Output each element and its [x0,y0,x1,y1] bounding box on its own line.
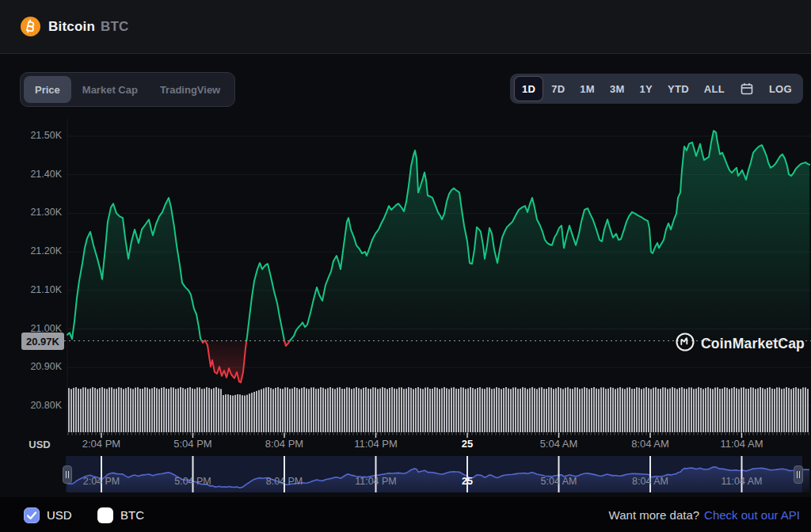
range-ytd[interactable]: YTD [661,77,696,101]
range-3m[interactable]: 3M [603,77,632,101]
calendar-icon[interactable] [733,77,761,101]
navigator-label: 11:04 PM [341,476,412,487]
api-prompt-text: Want more data? [609,508,700,522]
x-axis-label: 8:04 PM [249,438,320,450]
current-price-badge: 20.97K [21,332,64,350]
x-axis-label: 11:04 AM [706,438,778,450]
api-link[interactable]: Check out our API [704,508,800,522]
coin-symbol: BTC [101,19,129,34]
coinmarketcap-chart-page: BitcoinBTC PriceMarket CapTradingView 1D… [0,0,811,532]
range-all[interactable]: ALL [697,77,732,101]
chart-type-tabs: PriceMarket CapTradingView [20,72,235,107]
navigator-label: 25 [432,476,503,487]
x-axis-label: 2:04 PM [66,438,137,450]
x-axis-label: 5:04 AM [524,438,595,450]
navigator-label: 2:04 PM [66,476,137,487]
y-axis-label: 21.30K [5,207,62,218]
range-1d[interactable]: 1D [514,76,543,101]
navigator-label: 11:04 AM [706,476,778,487]
navigator-label: 5:04 AM [524,476,595,487]
y-axis-label: 20.80K [5,400,62,411]
y-axis-label: 21.20K [5,245,62,256]
page-header: BitcoinBTC [0,0,811,54]
x-axis-label: 8:04 AM [615,438,686,450]
api-prompt: Want more data?Check out our API [609,508,800,522]
usd-checkbox-label: USD [47,508,72,522]
tab-tradingview[interactable]: TradingView [149,76,231,103]
y-axis-label: 20.90K [5,361,62,372]
usd-checkbox[interactable] [24,507,40,523]
navigator-label: 8:04 PM [249,476,320,487]
time-range-selector: 1D7D1M3M1YYTDALLLOG [510,74,803,104]
y-axis-label: 21.10K [5,284,62,295]
y-axis-label: 21.50K [5,130,62,141]
btc-checkbox-label: BTC [120,508,144,522]
range-1y[interactable]: 1Y [633,77,661,101]
footer-bar: USD BTC Want more data?Check out our API [0,497,811,532]
navigator-left-handle[interactable] [63,466,72,484]
btc-checkbox[interactable] [97,507,113,523]
navigator-label: 5:04 PM [158,476,229,487]
x-axis-label: 25 [432,438,503,450]
watermark-text: CoinMarketCap [701,336,805,352]
tab-price[interactable]: Price [24,76,71,103]
navigator-right-handle[interactable] [794,466,803,484]
range-7d[interactable]: 7D [544,77,572,101]
coinmarketcap-watermark: CoinMarketCap [675,332,805,355]
coinmarketcap-logo-icon [675,332,695,355]
coin-name: Bitcoin [48,19,95,34]
range-1m[interactable]: 1M [573,77,602,101]
navigator-label: 8:04 AM [615,476,686,487]
x-axis-label: 5:04 PM [158,438,229,450]
range-log[interactable]: LOG [762,77,799,101]
page-title: BitcoinBTC [48,19,129,35]
y-axis-label: 21.40K [5,169,62,180]
x-axis-label: 11:04 PM [341,438,412,450]
bitcoin-logo-icon [21,17,40,36]
tab-market-cap[interactable]: Market Cap [71,76,149,103]
y-axis-unit-label: USD [19,439,60,450]
